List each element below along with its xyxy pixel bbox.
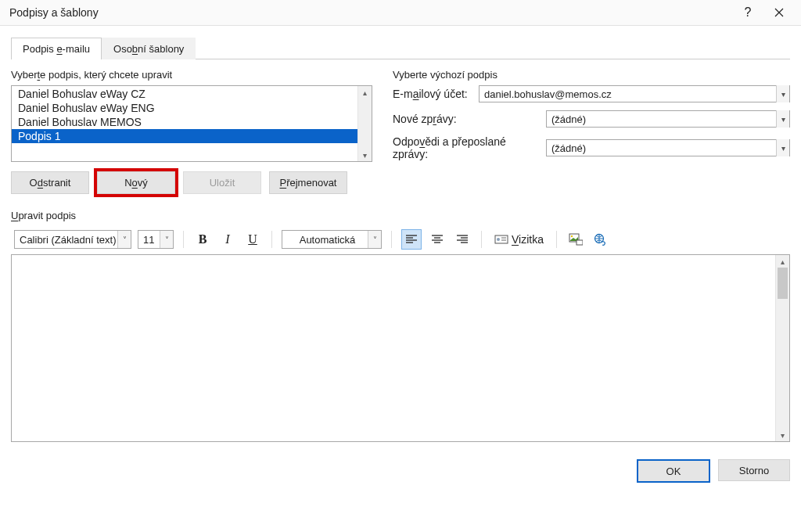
bold-button[interactable]: B [193, 230, 212, 249]
new-messages-dropdown[interactable]: (žádné) ▾ [546, 110, 790, 128]
default-signature-panel: Vyberte výchozí podpis E-mailový účet: d… [393, 69, 790, 194]
list-item[interactable]: Daniel Bohuslav eWay CZ [12, 87, 357, 101]
scroll-thumb[interactable] [778, 268, 788, 299]
chevron-down-icon: ▾ [776, 85, 789, 102]
cancel-button[interactable]: Storno [718, 459, 790, 481]
delete-button[interactable]: Odstranit [11, 171, 89, 194]
chevron-down-icon: ˅ [160, 231, 173, 248]
scroll-down-icon[interactable]: ▾ [358, 149, 372, 161]
chevron-down-icon: ▾ [776, 139, 789, 156]
font-family-dropdown[interactable]: Calibri (Základní text) ˅ [14, 230, 131, 249]
main-columns: Vyberte podpis, který chcete upravit Dan… [0, 59, 801, 194]
close-icon [774, 8, 784, 17]
signature-buttons: Odstranit Nový Uložit Přejmenovat [11, 171, 372, 194]
scroll-up-icon[interactable]: ▴ [358, 86, 372, 99]
chevron-down-icon: ˅ [368, 231, 381, 248]
align-center-icon [431, 234, 444, 245]
signature-select-panel: Vyberte podpis, který chcete upravit Dan… [11, 69, 372, 194]
align-center-button[interactable] [428, 230, 447, 249]
chevron-down-icon: ▾ [776, 110, 789, 128]
font-family-value: Calibri (Základní text) [20, 234, 117, 246]
align-left-button[interactable] [401, 229, 422, 250]
separator [183, 231, 184, 248]
listbox-scrollbar[interactable]: ▴ ▾ [357, 86, 372, 161]
rename-button[interactable]: Přejmenovat [269, 171, 347, 194]
scroll-down-icon[interactable]: ▾ [776, 429, 789, 441]
font-color-dropdown[interactable]: Automatická ˅ [282, 230, 382, 249]
bold-icon: B [199, 232, 207, 246]
signature-listbox[interactable]: Daniel Bohuslav eWay CZ Daniel Bohuslav … [11, 85, 372, 162]
window-title: Podpisy a šablony [6, 6, 732, 19]
signature-list-label: Vyberte podpis, který chcete upravit [11, 69, 372, 81]
format-toolbar: Calibri (Základní text) ˅ 11 ˅ B I U Aut… [11, 225, 790, 254]
separator [556, 231, 557, 248]
email-account-label: E-mailový účet: [393, 88, 472, 100]
card-icon [494, 234, 508, 245]
close-button[interactable] [763, 0, 795, 25]
italic-icon: I [225, 232, 229, 246]
separator [391, 231, 392, 248]
default-signature-label: Vyberte výchozí podpis [393, 69, 790, 81]
email-account-dropdown[interactable]: daniel.bohuslav@memos.cz ▾ [479, 85, 790, 102]
tab-strip: Podpis e-mailu Osobní šablony [11, 37, 790, 59]
new-messages-label: Nové zprávy: [393, 113, 540, 125]
list-item[interactable]: Daniel Bohuslav eWay ENG [12, 101, 357, 115]
tab-personal-templates[interactable]: Osobní šablony [102, 38, 196, 59]
align-right-button[interactable] [453, 230, 472, 249]
underline-button[interactable]: U [243, 230, 262, 249]
svg-rect-18 [577, 240, 583, 245]
picture-icon [569, 233, 583, 246]
list-item[interactable]: Daniel Bohuslav MEMOS [12, 115, 357, 129]
font-color-value: Automatická [287, 234, 368, 246]
chevron-down-icon: ˅ [117, 231, 131, 248]
tab-email-signature[interactable]: Podpis e-mailu [11, 38, 102, 59]
separator [271, 231, 272, 248]
font-size-value: 11 [143, 234, 160, 246]
list-item[interactable]: Podpis 1 [12, 129, 357, 143]
align-right-icon [456, 234, 469, 245]
separator [481, 231, 482, 248]
font-size-dropdown[interactable]: 11 ˅ [138, 230, 174, 249]
help-button[interactable]: ? [732, 0, 763, 25]
save-button: Uložit [183, 171, 261, 194]
replies-forwards-dropdown[interactable]: (žádné) ▾ [546, 139, 790, 156]
svg-point-13 [497, 238, 500, 241]
new-button[interactable]: Nový [97, 171, 175, 194]
insert-hyperlink-button[interactable] [591, 230, 610, 249]
edit-signature-label: Upravit podpis [11, 210, 801, 221]
replies-forwards-value: (žádné) [551, 142, 776, 154]
underline-icon: U [248, 232, 257, 246]
ok-button[interactable]: OK [637, 459, 710, 483]
replies-forwards-label: Odpovědi a přeposlané zprávy: [393, 135, 540, 160]
editor-scrollbar[interactable]: ▴ ▾ [775, 255, 789, 441]
link-globe-icon [594, 233, 608, 246]
svg-point-17 [571, 235, 573, 237]
dialog-footer: OK Storno [0, 442, 801, 483]
titlebar: Podpisy a šablony ? [0, 0, 801, 26]
editor-canvas[interactable] [12, 255, 775, 441]
email-account-value: daniel.bohuslav@memos.cz [484, 88, 776, 100]
business-card-button[interactable]: Vizitka [491, 230, 547, 249]
italic-button[interactable]: I [218, 230, 237, 249]
scroll-up-icon[interactable]: ▴ [776, 255, 789, 268]
align-left-icon [405, 234, 418, 245]
signature-editor[interactable]: ▴ ▾ [11, 254, 790, 442]
insert-picture-button[interactable] [566, 230, 585, 249]
new-messages-value: (žádné) [551, 113, 776, 125]
